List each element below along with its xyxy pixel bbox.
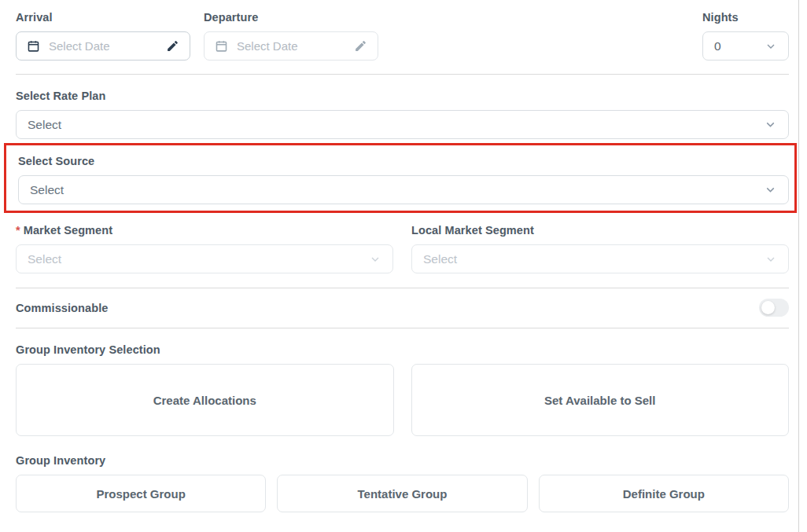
commissionable-label: Commissionable — [16, 302, 108, 314]
calendar-icon — [27, 39, 40, 53]
edit-pencil-icon[interactable] — [354, 39, 367, 53]
source-select[interactable]: Select — [18, 175, 789, 204]
group-inventory-selection-label: Group Inventory Selection — [16, 343, 789, 356]
departure-label: Departure — [204, 11, 378, 24]
nights-select[interactable]: 0 — [702, 31, 789, 61]
toggle-knob — [761, 301, 775, 314]
divider — [16, 74, 789, 75]
group-inventory-selection-section: Group Inventory Selection Create Allocat… — [16, 343, 789, 436]
definite-group-button[interactable]: Definite Group — [539, 475, 789, 512]
chevron-down-icon — [764, 118, 777, 131]
market-segment-row: *Market Segment Select Local Market Segm… — [16, 224, 789, 273]
source-highlight-box: Select Source Select — [4, 143, 797, 213]
group-inventory-selection-options: Create Allocations Set Available to Sell — [16, 364, 789, 436]
arrival-date-input[interactable]: Select Date — [16, 31, 190, 61]
tentative-group-button[interactable]: Tentative Group — [277, 475, 527, 512]
chevron-down-icon — [765, 253, 777, 266]
market-segment-label: *Market Segment — [16, 224, 393, 237]
group-inventory-label: Group Inventory — [16, 454, 789, 467]
departure-placeholder: Select Date — [237, 39, 298, 53]
local-market-segment-select[interactable]: Select — [411, 244, 789, 273]
chevron-down-icon — [765, 40, 777, 53]
prospect-group-button[interactable]: Prospect Group — [16, 475, 266, 512]
market-segment-select[interactable]: Select — [16, 244, 393, 273]
chevron-down-icon — [369, 253, 381, 266]
commissionable-row: Commissionable — [16, 288, 789, 328]
rate-plan-select[interactable]: Select — [16, 110, 789, 139]
nights-label: Nights — [702, 11, 789, 24]
required-asterisk: * — [16, 224, 20, 237]
source-label: Select Source — [18, 155, 789, 167]
arrival-field-group: Arrival Select Date — [16, 11, 190, 61]
source-value: Select — [30, 183, 64, 197]
nights-field-group: Nights 0 — [702, 11, 789, 61]
rate-plan-label: Select Rate Plan — [16, 90, 789, 102]
dates-row: Arrival Select Date — [16, 11, 789, 61]
chevron-down-icon — [764, 183, 777, 196]
market-segment-field-group: *Market Segment Select — [16, 224, 393, 273]
set-available-to-sell-button[interactable]: Set Available to Sell — [411, 364, 790, 436]
local-market-segment-label: Local Market Segment — [411, 224, 789, 237]
calendar-icon — [215, 39, 228, 53]
local-market-segment-value: Select — [423, 252, 457, 266]
group-booking-form: Arrival Select Date — [0, 0, 807, 532]
rate-plan-value: Select — [28, 118, 61, 132]
arrival-placeholder: Select Date — [49, 39, 110, 53]
edit-pencil-icon[interactable] — [166, 39, 179, 53]
rate-plan-section: Select Rate Plan Select — [16, 90, 789, 139]
market-segment-value: Select — [28, 252, 61, 266]
arrival-label: Arrival — [16, 11, 190, 24]
departure-field-group: Departure Select Date — [204, 11, 378, 61]
group-inventory-section: Group Inventory Prospect Group Tentative… — [16, 454, 789, 512]
commissionable-toggle[interactable] — [759, 299, 789, 317]
local-market-segment-field-group: Local Market Segment Select — [411, 224, 789, 273]
create-allocations-button[interactable]: Create Allocations — [16, 364, 394, 436]
departure-date-input[interactable]: Select Date — [204, 31, 378, 61]
panel-edge-divider — [798, 0, 799, 532]
nights-value: 0 — [714, 39, 721, 53]
group-inventory-options: Prospect Group Tentative Group Definite … — [16, 475, 789, 512]
